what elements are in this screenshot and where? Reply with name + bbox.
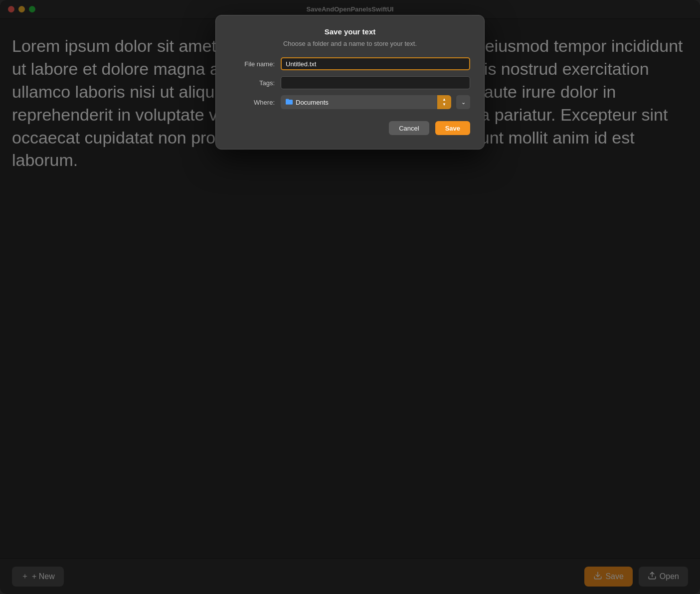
file-name-input[interactable]	[281, 57, 470, 70]
dialog-title: Save your text	[230, 27, 470, 36]
file-name-row: File name:	[230, 57, 470, 70]
where-select-container: Documents ▲ ▼ ⌄	[281, 95, 470, 109]
chevron-down-icon: ▼	[442, 103, 446, 107]
dialog-save-button[interactable]: Save	[435, 121, 470, 135]
file-name-label: File name:	[230, 60, 275, 68]
where-value: Documents	[296, 99, 329, 106]
where-label: Where:	[230, 99, 275, 106]
tags-label: Tags:	[230, 79, 275, 87]
chevron-up-icon: ▲	[442, 98, 446, 102]
dialog-subtitle: Choose a folder and a name to store your…	[230, 40, 470, 47]
where-expand-button[interactable]: ⌄	[456, 95, 470, 109]
modal-overlay: Save your text Choose a folder and a nam…	[0, 0, 700, 594]
app-window: SaveAndOpenPanelsSwiftUI Lorem ipsum dol…	[0, 0, 700, 594]
tags-input[interactable]	[281, 76, 470, 89]
cancel-button[interactable]: Cancel	[389, 121, 429, 135]
folder-icon	[285, 98, 294, 107]
where-combo[interactable]: Documents ▲ ▼	[281, 95, 451, 109]
where-stepper-arrows[interactable]: ▲ ▼	[437, 95, 451, 109]
dialog-buttons: Cancel Save	[230, 121, 470, 135]
where-combo-main[interactable]: Documents	[281, 95, 437, 109]
save-dialog: Save your text Choose a folder and a nam…	[215, 15, 485, 149]
chevron-down-icon: ⌄	[461, 99, 466, 106]
tags-row: Tags:	[230, 76, 470, 89]
where-row: Where: Documents	[230, 95, 470, 109]
